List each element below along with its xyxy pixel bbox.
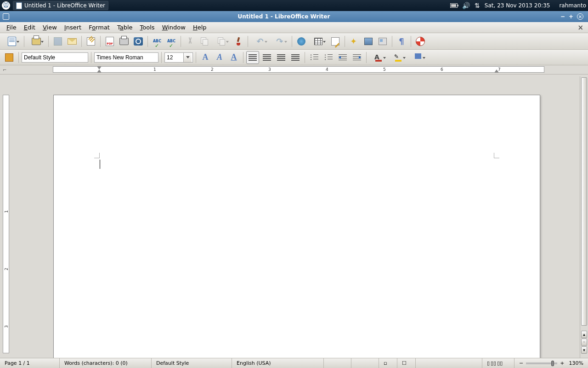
close-document-button[interactable]: ×	[576, 23, 585, 32]
zoom-in-button[interactable]: +	[560, 360, 564, 366]
status-modified[interactable]: ▫	[379, 358, 397, 368]
status-page[interactable]: Page 1 / 1	[0, 358, 60, 368]
highlight-button[interactable]: ✎	[389, 51, 407, 64]
zoom-out-button[interactable]: −	[519, 360, 523, 366]
vertical-scrollbar[interactable]: ▴ ◦ ▾	[580, 76, 588, 358]
paste-button[interactable]	[212, 35, 231, 48]
tab-type-icon[interactable]: ⌐	[3, 67, 6, 72]
numbered-list-button[interactable]	[308, 51, 321, 64]
minimize-button[interactable]: −	[560, 13, 565, 20]
document-area[interactable]	[11, 76, 580, 358]
first-line-indent-marker[interactable]	[97, 66, 102, 69]
network-icon[interactable]: ⇅	[475, 2, 480, 9]
window-menu-icon[interactable]	[3, 13, 9, 20]
styles-button[interactable]	[3, 51, 16, 64]
font-color-button[interactable]: A	[369, 51, 388, 64]
status-wordcount[interactable]: Words (characters): 0 (0)	[60, 358, 152, 368]
paragraph-style-input[interactable]	[22, 53, 95, 62]
show-draw-button[interactable]	[329, 35, 342, 48]
battery-icon[interactable]	[450, 3, 458, 8]
undo-button[interactable]: ↶	[251, 35, 269, 48]
format-paintbrush-button[interactable]	[232, 35, 245, 48]
page[interactable]	[53, 95, 540, 358]
navigation-button[interactable]: ◦	[581, 339, 587, 346]
navigator-button[interactable]	[348, 35, 361, 48]
menu-format[interactable]: Format	[85, 23, 113, 32]
close-button[interactable]: ✕	[577, 13, 583, 20]
email-button[interactable]	[66, 35, 79, 48]
status-signature[interactable]: ☐	[397, 358, 416, 368]
table-button[interactable]	[309, 35, 328, 48]
menu-edit[interactable]: Edit	[20, 23, 39, 32]
status-section[interactable]	[416, 358, 482, 368]
status-style[interactable]: Default Style	[152, 358, 232, 368]
font-size-combo[interactable]	[164, 52, 193, 63]
zoom-slider[interactable]	[526, 362, 557, 364]
redo-button[interactable]: ↷	[271, 35, 289, 48]
single-page-icon[interactable]: ▯	[487, 360, 490, 366]
book-view-icon[interactable]: ▯▯	[497, 360, 503, 366]
font-name-combo[interactable]	[94, 52, 158, 63]
menu-table[interactable]: Table	[113, 23, 136, 32]
status-language[interactable]: English (USA)	[232, 358, 324, 368]
status-selection-mode[interactable]	[351, 358, 379, 368]
maximize-button[interactable]: +	[569, 13, 573, 20]
edit-file-button[interactable]	[85, 35, 97, 48]
taskbar-entry[interactable]: Untitled 1 - LibreOffice Writer	[13, 1, 108, 10]
zoom-knob[interactable]	[551, 361, 554, 366]
menu-help[interactable]: Help	[189, 23, 210, 32]
menu-insert[interactable]: Insert	[61, 23, 85, 32]
bgcolor-button[interactable]	[409, 51, 427, 64]
align-left-button[interactable]	[246, 51, 259, 64]
font-size-dropdown[interactable]	[183, 53, 192, 62]
menu-tools[interactable]: Tools	[136, 23, 158, 32]
multi-page-icon[interactable]: ▯▯	[491, 360, 496, 366]
export-pdf-button[interactable]	[103, 35, 116, 48]
scrollbar-thumb[interactable]	[581, 77, 587, 326]
prev-page-button[interactable]: ▴	[581, 331, 587, 338]
vertical-ruler[interactable]: 1 2 3	[0, 76, 11, 358]
bold-button[interactable]: A	[199, 51, 212, 64]
horizontal-ruler[interactable]: ⌐ 1 2 3 4 5 6 7	[0, 65, 588, 75]
menu-file[interactable]: FFileile	[3, 23, 20, 32]
cut-button[interactable]	[184, 35, 197, 48]
zoom-value[interactable]: 130%	[569, 360, 583, 366]
next-page-button[interactable]: ▾	[581, 346, 587, 354]
align-justify-button[interactable]	[289, 51, 302, 64]
clock[interactable]: Sat, 23 Nov 2013 20:35	[485, 2, 550, 9]
zoom-control[interactable]: − + 130%	[514, 358, 588, 368]
menu-window[interactable]: Window	[158, 23, 189, 32]
font-name-input[interactable]	[95, 53, 167, 62]
paragraph-style-combo[interactable]	[22, 52, 88, 63]
view-layout[interactable]: ▯ ▯▯ ▯▯	[482, 358, 514, 368]
left-indent-marker[interactable]	[97, 69, 102, 73]
align-center-button[interactable]	[260, 51, 273, 64]
font-size-input[interactable]	[165, 53, 183, 62]
nonprinting-button[interactable]: ¶	[395, 35, 408, 48]
apps-menu-icon[interactable]: 🐭	[2, 1, 10, 10]
bullet-list-button[interactable]	[322, 51, 335, 64]
copy-button[interactable]	[198, 35, 211, 48]
underline-button[interactable]: A	[227, 51, 240, 64]
volume-icon[interactable]: 🔊	[462, 2, 470, 9]
window-titlebar[interactable]: Untitled 1 - LibreOffice Writer − + ✕	[0, 11, 588, 22]
print-preview-button[interactable]	[132, 35, 145, 48]
increase-indent-button[interactable]	[351, 51, 363, 64]
autospellcheck-button[interactable]: ABC	[165, 35, 178, 48]
spellcheck-button[interactable]: ABC	[151, 35, 164, 48]
decrease-indent-button[interactable]	[336, 51, 349, 64]
help-button[interactable]	[414, 35, 427, 48]
save-button[interactable]	[51, 35, 64, 48]
status-insert-mode[interactable]	[324, 358, 351, 368]
open-button[interactable]	[27, 35, 45, 48]
align-right-button[interactable]	[275, 51, 288, 64]
hyperlink-button[interactable]	[295, 35, 308, 48]
menu-view[interactable]: View	[39, 23, 61, 32]
user-menu[interactable]: rahmanto	[559, 2, 586, 9]
statusbar: Page 1 / 1 Words (characters): 0 (0) Def…	[0, 358, 588, 368]
datasources-button[interactable]	[376, 35, 389, 48]
italic-button[interactable]: A	[213, 51, 226, 64]
gallery-button[interactable]	[362, 35, 375, 48]
new-button[interactable]	[3, 35, 21, 48]
print-button[interactable]	[118, 35, 130, 48]
